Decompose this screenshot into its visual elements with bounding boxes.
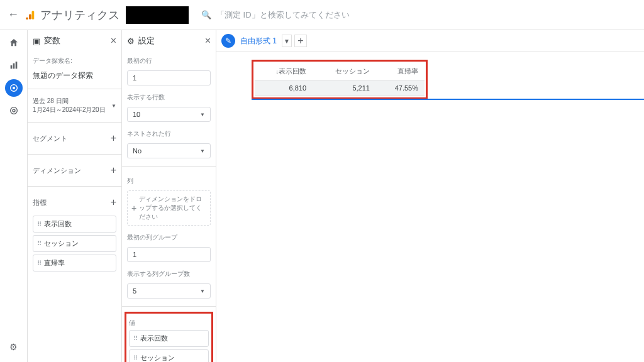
search-placeholder: 「測定 ID」と検索してみてください (216, 9, 350, 21)
nav-reports-icon[interactable] (5, 57, 23, 74)
variables-icon: ▣ (33, 36, 40, 46)
analytics-logo: アナリティクス (25, 8, 119, 23)
add-metric-button[interactable]: + (111, 197, 116, 208)
close-variables-button[interactable]: × (111, 35, 116, 47)
variables-title: 変数 (44, 35, 60, 47)
nav-home-icon[interactable] (5, 34, 23, 52)
columns-label: 列 (127, 177, 211, 185)
nav-explore-icon[interactable] (5, 79, 23, 97)
columns-dropzone[interactable]: +ディメンションをドロップするか選択してください (127, 190, 211, 226)
svg-point-2 (26, 17, 28, 19)
svg-rect-4 (13, 63, 14, 69)
cell-bounce-total: 47.55% (376, 80, 425, 96)
start-row-label: 最初の行 (127, 57, 211, 65)
analytics-icon (25, 9, 36, 21)
start-row-input[interactable]: 1 (127, 70, 211, 85)
result-table: ↓表示回数 セッション 直帰率 6,810 5,211 47.55% (255, 63, 425, 96)
cell-views-total: 6,810 (255, 80, 313, 96)
metric-chip-views[interactable]: ⠿表示回数 (33, 216, 116, 233)
cell-sessions-total: 5,211 (313, 80, 376, 96)
settings-icon: ⚙ (127, 36, 135, 46)
metric-chip-sessions[interactable]: ⠿セッション (33, 235, 116, 252)
settings-title: 設定 (138, 35, 155, 47)
table-row[interactable]: 6,810 5,211 47.55% (255, 80, 425, 96)
property-redacted[interactable] (126, 6, 189, 24)
segments-section[interactable]: セグメント + (33, 130, 116, 146)
metrics-section: 指標 + (33, 194, 116, 211)
show-colgroups-label: 表示する列グループ数 (127, 270, 211, 278)
result-table-highlight: ↓表示回数 セッション 直帰率 6,810 5,211 47.55% (252, 60, 428, 99)
start-colgroup-input[interactable]: 1 (127, 247, 211, 262)
nested-rows-select[interactable]: No▼ (127, 143, 211, 158)
show-rows-label: 表示する行数 (127, 93, 211, 102)
svg-point-8 (10, 107, 17, 114)
product-name: アナリティクス (40, 8, 119, 23)
add-dimension-button[interactable]: + (111, 165, 116, 176)
nested-rows-label: ネストされた行 (127, 129, 211, 138)
add-tab-button[interactable]: + (294, 35, 307, 47)
freeform-tab-icon: ✎ (221, 34, 235, 48)
column-header-sessions[interactable]: セッション (313, 63, 376, 80)
nav-settings-icon[interactable]: ⚙ (5, 338, 23, 356)
back-arrow[interactable]: ← (8, 8, 19, 21)
svg-point-7 (13, 87, 15, 89)
values-label: 値 (129, 319, 209, 327)
svg-rect-0 (32, 11, 35, 19)
freeform-tab[interactable]: 自由形式 1 (238, 35, 279, 48)
svg-rect-3 (10, 65, 12, 69)
tab-menu-button[interactable]: ▼ (282, 35, 292, 47)
column-header-bounce[interactable]: 直帰率 (376, 63, 425, 80)
close-settings-button[interactable]: × (205, 35, 211, 47)
search-box[interactable]: 🔍 「測定 ID」と検索してみてください (195, 9, 636, 21)
value-chip-views[interactable]: ⠿表示回数 (129, 330, 209, 347)
value-chip-sessions[interactable]: ⠿セッション (129, 349, 209, 362)
date-range[interactable]: 過去 28 日間 1月24日～2024年2月20日 (33, 97, 106, 114)
show-colgroups-select[interactable]: 5▼ (127, 283, 211, 299)
explore-name-value[interactable]: 無題のデータ探索 (33, 70, 116, 81)
date-dropdown-icon[interactable]: ▼ (111, 103, 116, 109)
explore-name-label: データ探索名: (33, 57, 116, 65)
column-header-views[interactable]: ↓表示回数 (255, 63, 313, 80)
svg-rect-1 (29, 14, 31, 19)
metric-chip-bounce[interactable]: ⠿直帰率 (33, 255, 116, 272)
nav-ads-icon[interactable] (5, 102, 23, 119)
svg-point-9 (13, 109, 15, 112)
add-segment-button[interactable]: + (111, 133, 116, 144)
start-colgroup-label: 最初の列グループ (127, 233, 211, 242)
svg-rect-5 (15, 62, 17, 69)
show-rows-select[interactable]: 10▼ (127, 107, 211, 122)
dimensions-section[interactable]: ディメンション + (33, 162, 116, 178)
search-icon: 🔍 (201, 10, 211, 19)
